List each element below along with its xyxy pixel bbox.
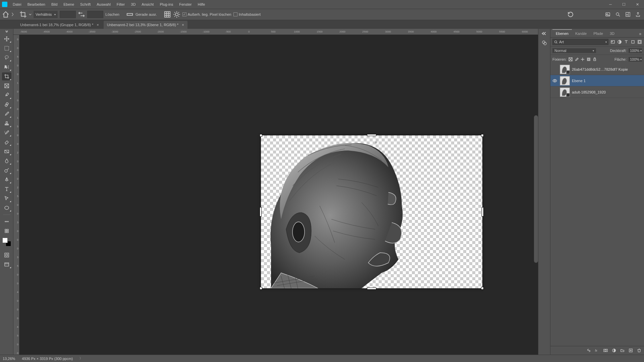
screen-mode-icon[interactable]: [2, 260, 11, 268]
close-tab-icon[interactable]: ×: [97, 23, 99, 27]
layer-thumbnail[interactable]: [560, 87, 570, 97]
more-tools[interactable]: [2, 218, 11, 226]
pen-tool[interactable]: [2, 176, 11, 184]
overlay-grid-icon[interactable]: [164, 11, 171, 18]
zoom-level[interactable]: 13,26%: [3, 357, 15, 361]
canvas[interactable]: ⌗: [19, 35, 538, 355]
eraser-tool[interactable]: [2, 138, 11, 146]
history-brush-tool[interactable]: [2, 129, 11, 137]
eyedropper-tool[interactable]: [2, 91, 11, 99]
menu-bearbeiten[interactable]: Bearbeiten: [25, 1, 48, 8]
status-caret-icon[interactable]: 〉: [79, 356, 83, 361]
blend-mode-select[interactable]: Normal▾: [552, 48, 596, 53]
content-aware-checkbox[interactable]: Inhaltsbasiert: [233, 12, 261, 16]
collapse-icon[interactable]: [5, 30, 8, 34]
swap-dimensions-icon[interactable]: [78, 11, 85, 18]
lock-all-icon[interactable]: [593, 57, 597, 61]
expand-panels-icon[interactable]: [542, 31, 547, 36]
lock-brush-icon[interactable]: [575, 57, 579, 61]
document-info[interactable]: 4936 Px × 3319 Px (300 ppcm): [22, 357, 73, 361]
menu-plugins[interactable]: Plug-ins: [157, 1, 176, 8]
crop-handle[interactable]: [260, 207, 262, 217]
tool-preset-caret-icon[interactable]: [29, 13, 32, 16]
crop-handle[interactable]: [260, 287, 262, 290]
straighten-icon[interactable]: [126, 11, 133, 18]
path-select-tool[interactable]: [2, 194, 11, 202]
tab-pfade[interactable]: Pfade: [590, 29, 606, 37]
panel-menu-icon[interactable]: ≡: [637, 31, 644, 37]
layer-row[interactable]: adult-1852908_1920: [550, 86, 644, 98]
layer-thumbnail[interactable]: [560, 65, 570, 74]
document-tab-1[interactable]: Unbenannt-1 bei 18,7% (Gruppe 1, RGB/8) …: [17, 21, 102, 29]
tab-3d[interactable]: 3D: [606, 29, 618, 37]
layer-search-input[interactable]: Art ▾: [552, 39, 608, 45]
link-layers-icon[interactable]: [587, 348, 591, 353]
clear-button[interactable]: Löschen: [105, 12, 119, 16]
visibility-toggle[interactable]: [552, 78, 558, 83]
healing-tool[interactable]: [2, 101, 11, 109]
share-icon[interactable]: [635, 12, 641, 17]
blur-tool[interactable]: [2, 157, 11, 165]
panel-toggle-icon[interactable]: [11, 12, 14, 16]
filter-adjust-icon[interactable]: [617, 40, 622, 44]
stamp-tool[interactable]: [2, 119, 11, 127]
reset-crop-icon[interactable]: [567, 11, 574, 18]
tab-ebenen[interactable]: Ebenen: [552, 29, 572, 37]
group-layers-icon[interactable]: [620, 348, 625, 353]
gradient-tool[interactable]: [2, 147, 11, 156]
edit-toolbar[interactable]: [2, 227, 11, 235]
layer-row[interactable]: 26ab471dd8dc52…7828df7 Kopie: [550, 64, 644, 75]
crop-handle[interactable]: [260, 134, 262, 137]
crop-handle[interactable]: [367, 134, 376, 136]
frame-tool[interactable]: [2, 82, 11, 90]
tab-kanaele[interactable]: Kanäle: [572, 29, 590, 37]
crop-settings-icon[interactable]: [173, 11, 180, 18]
crop-width-input[interactable]: [60, 11, 76, 18]
menu-ansicht[interactable]: Ansicht: [139, 1, 156, 8]
search-icon[interactable]: [615, 12, 621, 17]
document-tab-2[interactable]: Unbenannt-2 bei 13,3% (Ebene 1, RGB/8) *…: [104, 21, 187, 29]
filter-smart-icon[interactable]: [637, 40, 642, 44]
menu-hilfe[interactable]: Hilfe: [195, 1, 208, 8]
menu-3d[interactable]: 3D: [128, 1, 138, 8]
menu-filter[interactable]: Filter: [114, 1, 127, 8]
menu-bild[interactable]: Bild: [49, 1, 60, 8]
vertical-scrollbar[interactable]: [534, 115, 538, 263]
maximize-button[interactable]: ☐: [617, 0, 631, 9]
quick-select-tool[interactable]: [2, 63, 11, 71]
crop-handle[interactable]: [367, 288, 376, 290]
cloud-docs-icon[interactable]: [605, 12, 610, 17]
shape-tool[interactable]: [2, 204, 11, 212]
menu-datei[interactable]: Datei: [10, 1, 24, 8]
menu-schrift[interactable]: Schrift: [77, 1, 93, 8]
crop-handle[interactable]: [482, 207, 484, 217]
close-tab-icon[interactable]: ×: [182, 23, 184, 27]
lock-nested-icon[interactable]: [587, 57, 591, 61]
aspect-ratio-select[interactable]: Verhältnis▾: [34, 11, 58, 18]
layer-name[interactable]: Ebene 1: [572, 79, 586, 83]
libraries-icon[interactable]: [542, 40, 547, 46]
lasso-tool[interactable]: [2, 54, 11, 62]
straighten-button[interactable]: Gerade ausr.: [136, 12, 157, 16]
crop-handle[interactable]: [481, 134, 484, 137]
marquee-tool[interactable]: [2, 44, 11, 52]
quick-mask-icon[interactable]: [2, 251, 11, 259]
color-swatches[interactable]: [2, 238, 11, 246]
filter-pixel-icon[interactable]: [610, 40, 615, 44]
layer-row[interactable]: Ebene 1: [550, 75, 644, 86]
delete-layer-icon[interactable]: [637, 348, 641, 353]
menu-fenster[interactable]: Fenster: [176, 1, 194, 8]
crop-tool[interactable]: [2, 72, 11, 80]
adjustment-layer-icon[interactable]: [612, 348, 616, 353]
dodge-tool[interactable]: [2, 166, 11, 174]
opacity-input[interactable]: 100%▾: [629, 48, 642, 53]
layer-name[interactable]: 26ab471dd8dc52…7828df7 Kopie: [572, 67, 628, 71]
crop-handle[interactable]: [481, 287, 484, 290]
crop-height-input[interactable]: [87, 11, 103, 18]
minimize-button[interactable]: ─: [604, 0, 617, 9]
lock-transparent-icon[interactable]: [569, 57, 573, 61]
menu-auswahl[interactable]: Auswahl: [94, 1, 113, 8]
layer-name[interactable]: adult-1852908_1920: [572, 90, 606, 94]
menu-ebene[interactable]: Ebene: [61, 1, 77, 8]
document[interactable]: ⌗: [261, 135, 482, 288]
